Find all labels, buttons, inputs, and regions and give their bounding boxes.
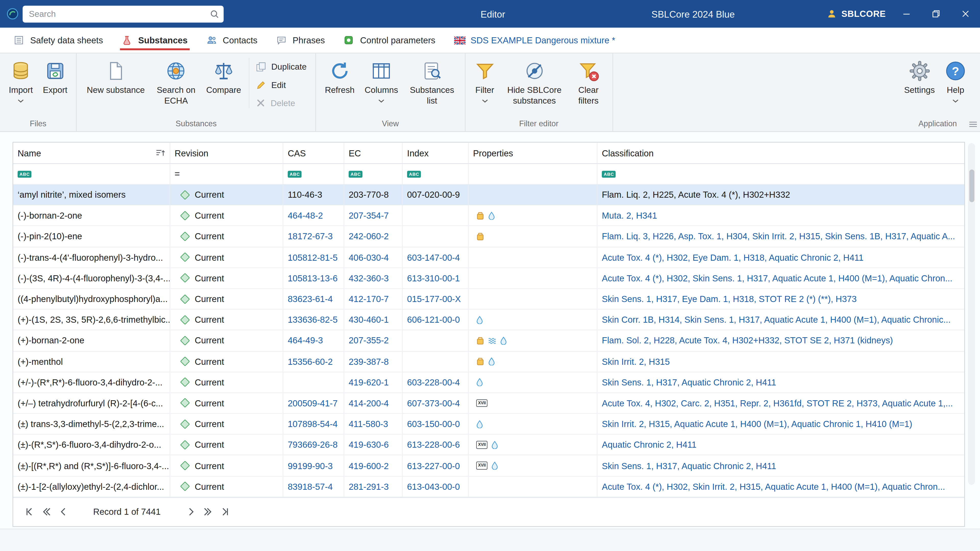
application-window: Editor SBLCore 2024 Blue SBLCORE S (0, 0, 980, 551)
ec-cell: 419-600-2 (344, 456, 403, 476)
classification-cell: Skin Irrit. 2, H315 (597, 351, 964, 372)
filter-index-cell[interactable]: ABC (403, 164, 469, 184)
group-options-icon[interactable] (969, 121, 977, 128)
revision-cell: Current (170, 393, 283, 413)
properties-cell (469, 226, 597, 246)
control-parameters-icon (344, 35, 355, 45)
substance-name-cell: (-)-bornan-2-one (13, 205, 170, 225)
table-row[interactable]: (-)-trans-4-(4'-fluorophenyl)-3-hydro...… (13, 247, 964, 268)
filter-classification-cell[interactable]: ABC (597, 164, 964, 184)
next-page-button[interactable] (199, 504, 216, 520)
classification-cell: Flam. Sol. 2, H228, Acute Tox. 4, H302+H… (597, 330, 964, 351)
table-row[interactable]: (±)-[(R*,R*) and (R*,S*)]-6-fluoro-3,4-.… (13, 456, 964, 476)
tab-safety-data-sheets[interactable]: Safety data sheets (14, 27, 103, 52)
table-row[interactable]: (+)-(1S, 2S, 3S, 5R)-2,6,6-trimethylbic.… (13, 310, 964, 330)
table-scrollbar[interactable] (968, 143, 975, 485)
ec-cell: 242-060-2 (344, 226, 403, 246)
previous-page-button[interactable] (38, 504, 55, 520)
table-row[interactable]: (-)-(3S, 4R)-4-(4-fluorophenyl)-3-(3,4-.… (13, 268, 964, 289)
column-header-name[interactable]: Name (13, 143, 170, 163)
close-button[interactable] (950, 0, 980, 27)
ribbon-group-files: Import Export Files (0, 53, 77, 131)
column-header-properties[interactable]: Properties (469, 143, 597, 163)
first-record-button[interactable] (21, 504, 38, 520)
funnel-icon (474, 60, 496, 83)
import-button[interactable]: Import (4, 58, 38, 105)
refresh-button[interactable]: Refresh (320, 58, 360, 98)
table-row[interactable]: (-)-pin-2(10)-ene Current 18172-67-3 242… (13, 226, 964, 247)
delete-button[interactable]: Delete (256, 98, 307, 108)
filter-button[interactable]: Filter (469, 58, 501, 105)
edit-button[interactable]: Edit (256, 80, 307, 91)
next-record-button[interactable] (182, 504, 199, 520)
table-row[interactable]: (±) trans-3,3-dimethyl-5-(2,2,3-trime...… (13, 414, 964, 435)
maximize-button[interactable] (921, 0, 951, 27)
table-row[interactable]: ‘amyl nitrite’, mixed isomers Current 11… (13, 185, 964, 206)
revision-label: Current (195, 210, 224, 221)
button-label: Import (9, 86, 33, 96)
tab-substances[interactable]: Substances (122, 27, 187, 52)
column-header-classification[interactable]: Classification (597, 143, 964, 163)
hide-sblcore-substances-button[interactable]: Hide SBLCore substances (501, 58, 568, 108)
search-on-echa-button[interactable]: Search on ECHA (151, 58, 201, 108)
table-row[interactable]: ((4-phenylbutyl)hydroxyphosphoryl)a... C… (13, 289, 964, 310)
content-area: Name Revision CAS EC Index Properties Cl… (0, 132, 980, 551)
button-label: Settings (904, 86, 935, 96)
tab-label: Substances (138, 35, 187, 45)
settings-button[interactable]: Settings (899, 58, 940, 98)
clear-filters-button[interactable]: Clear filters (568, 58, 609, 108)
classification-cell: Muta. 2, H341 (597, 205, 964, 225)
search-input[interactable] (23, 5, 224, 22)
revision-label: Current (195, 461, 224, 471)
columns-button[interactable]: Columns (360, 58, 403, 105)
table-row[interactable]: (±)-1-[2-(allyloxy)ethyl-2-(2,4-dichlor.… (13, 476, 964, 497)
properties-cell (469, 268, 597, 288)
filter-cas-cell[interactable]: ABC (283, 164, 344, 184)
table-row[interactable]: (+/-)-(R*,R*)-6-fluoro-3,4-dihydro-2-...… (13, 372, 964, 393)
search-icon[interactable] (210, 9, 219, 19)
help-button[interactable]: ? Help (940, 58, 971, 105)
group-label: Substances (77, 119, 315, 128)
export-button[interactable]: Export (38, 58, 72, 98)
column-header-ec[interactable]: EC (344, 143, 403, 163)
index-cell: 603-147-00-4 (403, 247, 469, 267)
minimize-button[interactable] (891, 0, 921, 27)
tab-control-parameters[interactable]: Control parameters (344, 27, 435, 52)
filter-ec-cell[interactable]: ABC (344, 164, 403, 184)
tab-contacts[interactable]: Contacts (207, 27, 258, 52)
table-row[interactable]: (±)-(R*,S*)-6-fluoro-3,4-dihydro-2-o... … (13, 435, 964, 456)
duplicate-button[interactable]: Duplicate (256, 62, 307, 72)
column-header-index[interactable]: Index (403, 143, 469, 163)
new-substance-button[interactable]: New substance (81, 58, 151, 98)
titlebar: Editor SBLCore 2024 Blue SBLCORE (0, 0, 980, 27)
filter-name-cell[interactable]: ABC (13, 164, 170, 184)
index-cell (403, 351, 469, 372)
column-header-cas[interactable]: CAS (283, 143, 344, 163)
table-row[interactable]: (+)-menthol Current 15356-60-2 239-387-8… (13, 351, 964, 372)
classification-cell: Flam. Liq. 3, H226, Asp. Tox. 1, H304, S… (597, 226, 964, 246)
table-row[interactable]: (-)-bornan-2-one Current 464-48-2 207-35… (13, 205, 964, 226)
tabbar: Safety data sheets Substances Contacts P… (0, 27, 980, 53)
chevron-down-icon (953, 99, 959, 103)
last-record-button[interactable] (216, 504, 233, 520)
compare-button[interactable]: Compare (201, 58, 246, 98)
account-button[interactable]: SBLCORE (827, 0, 886, 27)
tab-sds-example-document[interactable]: SDS EXAMPLE Dangerous mixture * (454, 27, 615, 52)
filter-properties-cell[interactable] (469, 164, 597, 184)
revision-label: Current (195, 190, 224, 200)
revision-label: Current (195, 294, 224, 304)
new-page-icon (106, 60, 126, 83)
abc-filter-icon: ABC (288, 170, 302, 177)
current-revision-icon (180, 336, 190, 345)
table-row[interactable]: (+)-bornan-2-one Current 464-49-3 207-35… (13, 330, 964, 351)
table-row[interactable]: (+/–) tetrahydrofurfuryl (R)-2-[4-(6-c..… (13, 393, 964, 414)
filter-revision-cell[interactable]: = (170, 164, 283, 184)
column-header-revision[interactable]: Revision (170, 143, 283, 163)
tab-phrases[interactable]: Phrases (277, 27, 325, 52)
substances-table: Name Revision CAS EC Index Properties Cl… (13, 142, 965, 527)
duplicate-icon (256, 62, 266, 72)
sort-ascending-icon[interactable] (156, 149, 165, 157)
previous-record-button[interactable] (55, 504, 72, 520)
substances-list-button[interactable]: Substances list (403, 58, 461, 108)
scrollbar-thumb[interactable] (969, 170, 974, 202)
